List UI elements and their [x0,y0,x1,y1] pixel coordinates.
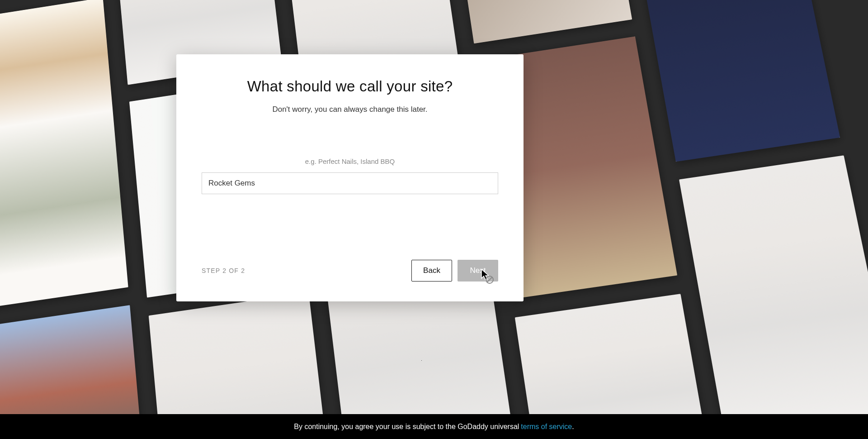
next-button[interactable]: Next [458,260,498,282]
back-button[interactable]: Back [411,260,452,282]
site-name-modal: What should we call your site? Don't wor… [176,54,524,301]
terms-link[interactable]: terms of service [521,423,572,431]
terms-text: By continuing, you agree your use is sub… [294,423,519,431]
terms-bar: By continuing, you agree your use is sub… [0,414,868,439]
site-name-input[interactable] [202,172,498,194]
bg-template-tile [679,155,868,439]
input-hint: e.g. Perfect Nails, Island BBQ [202,157,498,165]
terms-suffix: . [572,423,574,431]
step-indicator: STEP 2 OF 2 [202,267,245,274]
modal-title: What should we call your site? [202,78,498,95]
bg-template-tile [447,0,632,44]
bg-template-tile [0,0,128,310]
bg-template-tile [624,0,840,162]
modal-subtitle: Don't worry, you can always change this … [202,105,498,114]
